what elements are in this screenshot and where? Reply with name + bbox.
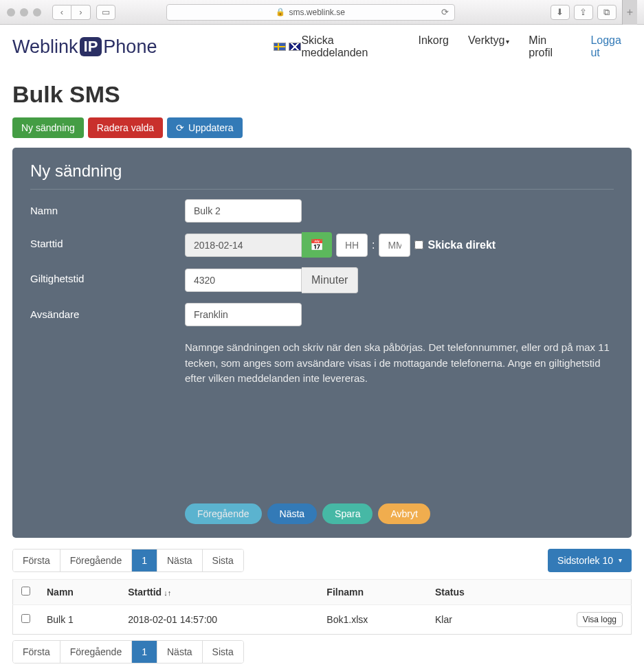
save-button[interactable]: Spara: [322, 503, 373, 524]
page-size-select[interactable]: Sidstorlek 10 ▾: [548, 549, 632, 572]
col-starttime[interactable]: Starttid↓↑: [120, 579, 318, 604]
label-validity: Giltighetstid: [30, 267, 185, 284]
page-first-bottom[interactable]: Första: [13, 641, 60, 663]
tabs-button[interactable]: ⧉: [597, 5, 617, 20]
col-status[interactable]: Status: [427, 579, 513, 604]
sendings-table: Namn Starttid↓↑ Filnamn Status Bulk 1 20…: [12, 579, 632, 635]
refresh-button[interactable]: ⟳Uppdatera: [167, 117, 242, 138]
page-size-label: Sidstorlek 10: [557, 555, 613, 566]
page-first[interactable]: Första: [13, 549, 60, 571]
logo-badge: IP: [80, 37, 102, 56]
minute-input[interactable]: [379, 234, 410, 257]
flag-swedish[interactable]: [274, 43, 286, 51]
col-filename[interactable]: Filnamn: [318, 579, 427, 604]
chevron-down-icon: ▾: [506, 38, 509, 45]
label-name: Namn: [30, 199, 185, 216]
lock-icon: 🔒: [276, 8, 285, 16]
calendar-icon[interactable]: 📅: [302, 232, 332, 258]
forward-button[interactable]: ›: [71, 5, 91, 20]
new-send-button[interactable]: Ny sändning: [12, 117, 84, 138]
panel-title: Ny sändning: [30, 161, 614, 190]
sidebar-toggle[interactable]: ▭: [96, 5, 115, 20]
cell-filename: Bok1.xlsx: [318, 604, 427, 634]
hour-input[interactable]: [336, 234, 368, 257]
new-tab-button[interactable]: +: [622, 0, 637, 25]
page-last-bottom[interactable]: Sista: [203, 641, 243, 663]
page-1-bottom[interactable]: 1: [132, 641, 157, 663]
browser-toolbar: ‹ › ▭ 🔒 sms.weblink.se ⟳ ⬇ ⇪ ⧉ +: [0, 0, 644, 25]
url-text: sms.weblink.se: [289, 8, 344, 17]
reload-icon[interactable]: ⟳: [441, 7, 449, 17]
page-next[interactable]: Nästa: [157, 549, 203, 571]
page-prev-bottom[interactable]: Föregående: [60, 641, 133, 663]
select-all-checkbox[interactable]: [21, 587, 30, 596]
sort-icon: ↓↑: [164, 589, 171, 597]
validity-unit: Minuter: [302, 267, 358, 293]
col-starttime-label: Starttid: [128, 587, 162, 598]
nav-skicka[interactable]: Skicka meddelanden: [301, 34, 399, 59]
chevron-down-icon: ▾: [619, 556, 622, 564]
address-bar[interactable]: 🔒 sms.weblink.se ⟳: [166, 4, 455, 21]
cell-name: Bulk 1: [38, 604, 120, 634]
next-button[interactable]: Nästa: [267, 503, 318, 524]
cell-starttime: 2018-02-01 14:57:00: [120, 604, 318, 634]
downloads-button[interactable]: ⬇: [551, 5, 570, 20]
pagination-top: Första Föregående 1 Nästa Sista: [12, 549, 244, 572]
send-direct-label: Skicka direkt: [428, 239, 496, 251]
table-row: Bulk 1 2018-02-01 14:57:00 Bok1.xlsx Kla…: [13, 604, 632, 634]
share-button[interactable]: ⇪: [574, 5, 593, 20]
col-name[interactable]: Namn: [38, 579, 120, 604]
nav-verktyg-label: Verktyg: [468, 34, 504, 46]
page-last[interactable]: Sista: [203, 549, 243, 571]
page-title: Bulk SMS: [12, 81, 632, 108]
label-starttime: Starttid: [30, 232, 185, 249]
back-button[interactable]: ‹: [52, 5, 71, 20]
send-direct-checkbox[interactable]: [414, 240, 423, 249]
pagination-bottom: Första Föregående 1 Nästa Sista: [12, 640, 244, 664]
page-prev[interactable]: Föregående: [60, 549, 133, 571]
name-input[interactable]: [185, 199, 302, 223]
time-colon: :: [372, 239, 375, 251]
new-send-panel: Ny sändning Namn Starttid 📅 : Skicka dir…: [12, 148, 632, 538]
view-log-button[interactable]: Visa logg: [577, 612, 623, 627]
nav-verktyg[interactable]: Verktyg▾: [468, 34, 509, 59]
row-checkbox[interactable]: [21, 614, 30, 623]
delete-selected-button[interactable]: Radera valda: [88, 117, 163, 138]
window-controls[interactable]: [7, 8, 41, 16]
logo-text-post: Phone: [103, 36, 157, 58]
main-navigation: Weblink IP Phone Skicka meddelanden Inko…: [0, 25, 644, 69]
refresh-label: Uppdatera: [188, 122, 233, 133]
nav-profil[interactable]: Min profil: [529, 34, 571, 59]
prev-button[interactable]: Föregående: [185, 503, 262, 524]
page-1[interactable]: 1: [132, 549, 157, 571]
date-input[interactable]: [185, 234, 302, 257]
refresh-icon: ⟳: [176, 122, 184, 133]
validity-input[interactable]: [185, 269, 302, 292]
label-sender: Avsändare: [30, 303, 185, 320]
page-next-bottom[interactable]: Nästa: [157, 641, 203, 663]
cell-status: Klar: [427, 604, 513, 634]
logo-text-pre: Weblink: [12, 36, 78, 58]
flag-english[interactable]: [289, 43, 301, 51]
sender-input[interactable]: [185, 303, 302, 326]
nav-logout[interactable]: Logga ut: [590, 34, 632, 59]
nav-inkorg[interactable]: Inkorg: [419, 34, 449, 59]
logo[interactable]: Weblink IP Phone: [12, 36, 157, 58]
cancel-button[interactable]: Avbryt: [378, 503, 430, 524]
language-flags: [274, 43, 301, 51]
help-text: Namnge sändningen och skriv när den ska …: [185, 340, 611, 387]
